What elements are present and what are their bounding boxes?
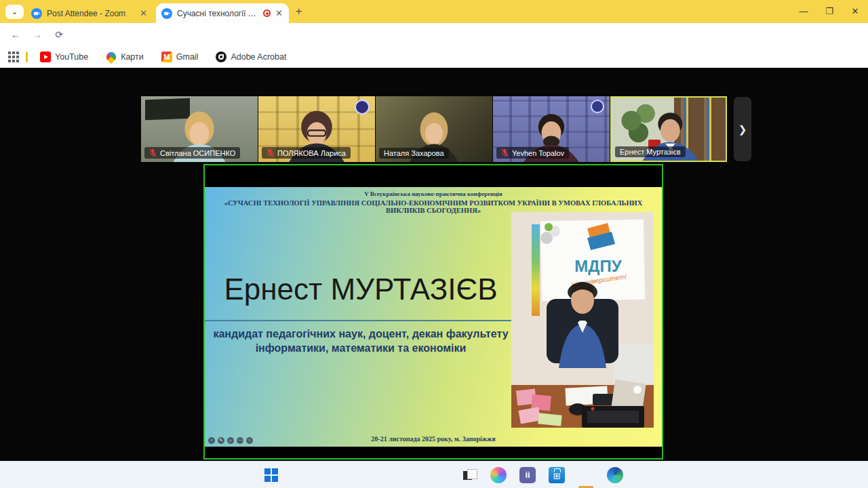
slide-more-icon[interactable]: ⋯ (237, 437, 243, 444)
bookmark-label: Карти (121, 52, 144, 62)
muted-mic-icon (149, 148, 157, 157)
presentation-slide: V Всеукраїнська науково-практична конфер… (205, 187, 662, 447)
shared-screen-frame: V Всеукраїнська науково-практична конфер… (203, 164, 663, 460)
conference-line: V Всеукраїнська науково-практична конфер… (205, 190, 662, 197)
participant-tile-active-speaker[interactable]: Ернест Муртазієв (610, 96, 727, 162)
muted-mic-icon (267, 148, 274, 157)
participant-tile[interactable]: Наталя Захарова (376, 96, 492, 162)
participant-name: Світлана ОСИПЕНКО (160, 149, 235, 157)
back-button[interactable]: ← (8, 28, 23, 43)
speaker-photo: МДПУ ніж університет! (511, 212, 654, 428)
copilot-icon[interactable] (490, 467, 507, 483)
zoom-meeting-area: Світлана ОСИПЕНКО ПОЛЯКОВА Лариса (0, 68, 868, 461)
bookmark-youtube[interactable]: YouTube (35, 49, 94, 65)
bookmark-label: Adobe Acrobat (231, 52, 286, 62)
window-minimize-button[interactable]: — (791, 0, 816, 22)
tab-title: Сучасні технології управл... (177, 9, 258, 18)
window-close-button[interactable]: ✕ (842, 0, 868, 22)
mdpu-logo-text: МДПУ (574, 257, 622, 275)
participant-name-tag: Світлана ОСИПЕНКО (144, 147, 240, 159)
participant-name: Ернест Муртазієв (620, 148, 681, 156)
participant-name-tag: Yevhen Topalov (496, 147, 569, 159)
participant-name: ПОЛЯКОВА Лариса (277, 149, 346, 157)
tab-post-attendee[interactable]: Post Attendee - Zoom ✕ (26, 3, 153, 23)
participant-name: Yevhen Topalov (512, 149, 564, 157)
slide-prev-icon[interactable]: ‹ (208, 437, 215, 444)
youtube-icon (40, 52, 51, 62)
slide-next-icon[interactable]: › (246, 437, 253, 444)
tab-search-button[interactable]: ⌄ (5, 5, 24, 19)
gallery-next-page-button[interactable]: ❯ (734, 97, 751, 161)
bookmark-label: Gmail (176, 52, 199, 62)
participant-name-tag: ПОЛЯКОВА Лариса (262, 147, 351, 159)
university-logo (591, 100, 604, 113)
participant-tile[interactable]: Світлана ОСИПЕНКО (141, 96, 258, 162)
edge-icon[interactable] (607, 467, 623, 483)
bookmark-maps[interactable]: Карти (100, 49, 149, 65)
slide-zoom-icon[interactable]: ⌕ (227, 437, 234, 444)
participant-tile[interactable]: Yevhen Topalov (493, 96, 610, 162)
new-tab-button[interactable]: + (296, 5, 302, 18)
browser-toolbar: ← → ⟳ app.zoom.us/wc/83761591061/join?pw… (0, 23, 868, 46)
bookmarks-divider (26, 52, 28, 62)
participant-name-tag: Ернест Муртазієв (615, 146, 686, 157)
bookmark-gmail[interactable]: Gmail (156, 49, 204, 65)
speaker-name: Ернест МУРТАЗІЄВ (217, 272, 505, 306)
teams-icon[interactable]: ii (519, 467, 536, 483)
screen: ⌄ Post Attendee - Zoom ✕ Сучасні техноло… (0, 0, 868, 488)
participant-name-tag: Наталя Захарова (379, 148, 449, 159)
title-divider (205, 320, 511, 321)
acrobat-icon (216, 52, 226, 62)
gmail-icon (161, 52, 172, 62)
apps-grid-icon[interactable] (8, 52, 19, 62)
maps-icon (104, 50, 118, 64)
tab-conference[interactable]: Сучасні технології управл... ✕ (156, 3, 289, 23)
reload-button[interactable]: ⟳ (52, 28, 66, 43)
tab-close-icon[interactable]: ✕ (275, 8, 283, 18)
windows-taskbar: ⌕ Пошук ii 50 5 ⌃ ⟳ УКР (0, 461, 868, 488)
tab-close-icon[interactable]: ✕ (140, 8, 148, 18)
bookmark-acrobat[interactable]: Adobe Acrobat (210, 49, 292, 65)
event-date: 20-21 листопада 2025 року, м. Запоріжжя (205, 435, 662, 443)
forward-button[interactable]: → (30, 28, 45, 43)
slide-controls: ‹ ✎ ⌕ ⋯ › (208, 437, 253, 444)
window-restore-button[interactable]: ❐ (816, 0, 842, 22)
task-view-icon[interactable] (461, 467, 477, 483)
speaker-title: кандидат педагогічних наук, доцент, дека… (213, 327, 509, 355)
tab-title: Post Attendee - Zoom (47, 9, 135, 18)
bookmark-label: YouTube (55, 52, 88, 62)
browser-tab-strip: ⌄ Post Attendee - Zoom ✕ Сучасні техноло… (0, 0, 868, 23)
zoom-favicon (31, 8, 42, 19)
participant-name: Наталя Захарова (384, 149, 444, 157)
microsoft-store-icon[interactable] (549, 467, 565, 483)
recording-indicator-icon (263, 9, 271, 17)
participant-tile[interactable]: ПОЛЯКОВА Лариса (258, 96, 375, 162)
start-button-icon[interactable] (263, 467, 279, 483)
file-explorer-icon[interactable] (578, 483, 594, 488)
slide-pen-icon[interactable]: ✎ (218, 437, 224, 444)
muted-mic-icon (501, 148, 509, 157)
zoom-favicon (161, 8, 172, 19)
bookmarks-bar: YouTube Карти Gmail Adobe Acrobat (0, 46, 868, 68)
